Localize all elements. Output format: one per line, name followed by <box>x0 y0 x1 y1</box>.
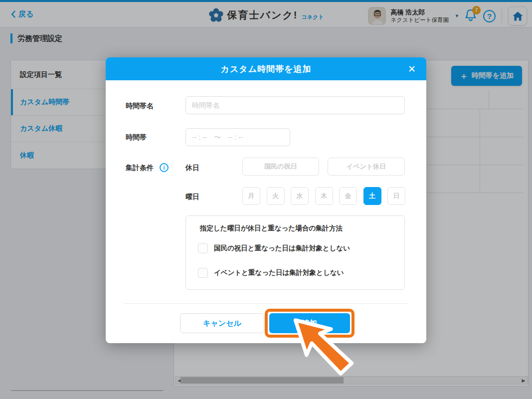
overlap-option-event[interactable]: イベントと重なった日は集計対象としない <box>198 268 344 278</box>
checkbox-icon[interactable] <box>198 268 208 278</box>
modal-title: カスタム時間帯を追加 <box>221 63 312 75</box>
overlap-rules-title: 指定した曜日が休日と重なった場合の集計方法 <box>200 224 343 233</box>
modal-footer-divider <box>124 303 408 304</box>
national-holiday-toggle[interactable]: 国民の祝日 <box>242 158 319 176</box>
timeband-name-input[interactable] <box>185 96 405 114</box>
add-timeband-modal: カスタム時間帯を追加 ✕ 時間帯名 時間帯 集計条件 i 休日 国民の祝日 イベ… <box>106 57 426 343</box>
weekday-mon[interactable]: 月 <box>242 187 260 205</box>
add-button[interactable]: 追加 <box>269 313 350 333</box>
weekday-fri[interactable]: 金 <box>339 187 357 205</box>
weekday-tue[interactable]: 火 <box>267 187 285 205</box>
weekday-wed[interactable]: 水 <box>291 187 309 205</box>
weekday-sat[interactable]: 土 <box>363 187 381 205</box>
timeband-name-label: 時間帯名 <box>126 102 154 111</box>
holiday-label: 休日 <box>185 164 199 173</box>
info-icon[interactable]: i <box>160 163 169 172</box>
overlap-rules-box: 指定した曜日が休日と重なった場合の集計方法 国民の祝日と重なった日は集計対象とし… <box>185 215 405 290</box>
weekday-sun[interactable]: 日 <box>387 187 405 205</box>
aggregation-condition-label: 集計条件 <box>126 164 154 173</box>
cancel-button[interactable]: キャンセル <box>180 313 264 333</box>
weekday-label: 曜日 <box>185 193 199 201</box>
overlap-option-national-holiday[interactable]: 国民の祝日と重なった日は集計対象としない <box>198 243 350 253</box>
event-holiday-toggle[interactable]: イベント休日 <box>328 158 405 176</box>
checkbox-icon[interactable] <box>198 243 208 253</box>
weekday-selector: 月 火 水 木 金 土 日 <box>242 187 405 205</box>
timeband-range-label: 時間帯 <box>126 133 147 142</box>
close-icon[interactable]: ✕ <box>406 63 417 74</box>
modal-header: カスタム時間帯を追加 ✕ <box>106 57 426 80</box>
timeband-range-input[interactable] <box>185 128 290 146</box>
weekday-thu[interactable]: 木 <box>315 187 333 205</box>
